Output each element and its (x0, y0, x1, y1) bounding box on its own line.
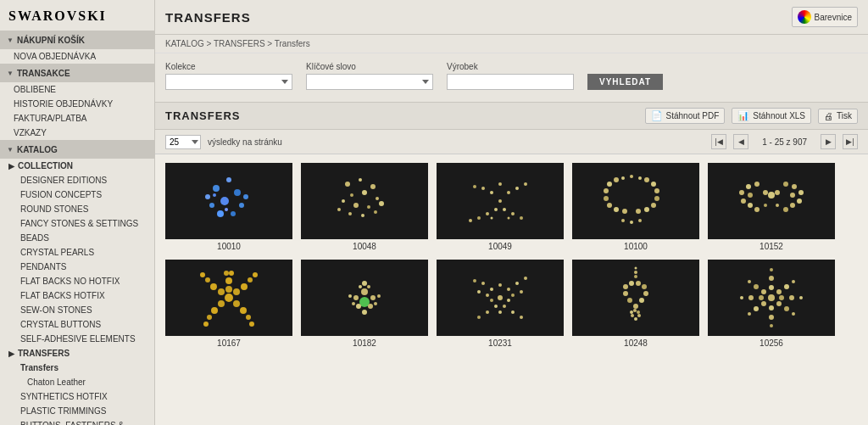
svg-point-3 (220, 197, 229, 205)
svg-point-75 (790, 203, 795, 208)
color-wheel-icon (798, 10, 811, 24)
product-item-10256[interactable]: 10256 (708, 260, 835, 348)
sidebar-item-pearls[interactable]: CRYSTAL PEARLS (0, 245, 154, 260)
print-button[interactable]: 🖨 Tisk (818, 109, 858, 124)
sidebar-item-sewon[interactable]: SEW-ON STONES (0, 303, 154, 317)
per-page-label: výsledky na stránku (208, 137, 282, 147)
klicove-slovo-select[interactable] (306, 74, 433, 90)
sidebar-item-chaton[interactable]: Chaton Leather (0, 375, 154, 389)
sidebar-item-crystal-buttons[interactable]: CRYSTAL BUTTONS (0, 317, 154, 332)
product-item-10182[interactable]: 10182 (301, 260, 428, 348)
svg-point-162 (792, 280, 795, 283)
svg-point-5 (239, 203, 244, 208)
product-item-10152[interactable]: 10152 (708, 163, 835, 251)
chevron-down-icon: ▼ (7, 70, 14, 77)
svg-point-143 (639, 298, 644, 303)
svg-point-157 (769, 285, 774, 290)
svg-point-37 (503, 208, 506, 211)
breadcrumb-transfers[interactable]: TRANSFERS (214, 39, 265, 48)
svg-point-154 (634, 271, 637, 274)
sidebar-item-beads[interactable]: BEADS (0, 231, 154, 245)
svg-point-76 (783, 207, 788, 212)
sidebar-item-buttons-fast[interactable]: BUTTONS, FASTENERS & ZIPPERS (0, 418, 154, 425)
svg-point-132 (511, 310, 515, 314)
svg-point-77 (763, 190, 768, 195)
svg-point-112 (374, 302, 377, 305)
product-thumb-10100 (572, 163, 699, 239)
product-thumb-10152 (708, 163, 835, 239)
barevnice-button[interactable]: Barevnice (792, 7, 858, 27)
sidebar-item-round[interactable]: ROUND STONES (0, 202, 154, 216)
product-item-10048[interactable]: 10048 (301, 163, 428, 251)
product-item-10248[interactable]: 10248 (572, 260, 699, 348)
product-code-10010: 10010 (217, 242, 241, 251)
svg-point-119 (481, 282, 485, 285)
svg-point-101 (205, 277, 210, 282)
svg-point-79 (775, 190, 780, 195)
svg-point-11 (213, 193, 216, 197)
svg-point-98 (203, 322, 209, 327)
svg-point-67 (741, 199, 746, 204)
product-thumb-10231 (437, 260, 564, 336)
sidebar-header-transakce[interactable]: ▼ TRANSAKCE (0, 64, 154, 82)
svg-point-21 (379, 201, 384, 206)
svg-point-176 (748, 295, 754, 300)
vyrobek-input[interactable] (447, 74, 574, 90)
sidebar-item-synthetics[interactable]: SYNTHETICS HOTFIX (0, 389, 154, 404)
sidebar-item-self-adhesive[interactable]: SELF-ADHESIVE ELEMENTS (0, 332, 154, 346)
print-label: Tisk (837, 111, 852, 120)
product-item-10010[interactable]: 10010 (165, 163, 292, 251)
product-item-10167[interactable]: 10167 (165, 260, 292, 348)
breadcrumb-katalog[interactable]: KATALOG (165, 39, 204, 48)
svg-point-160 (776, 289, 782, 294)
sidebar-header-katalog[interactable]: ▼ KATALOG (0, 141, 154, 159)
svg-point-108 (356, 304, 361, 309)
svg-point-144 (633, 304, 638, 309)
brand-name: SWAROVSKI (8, 8, 107, 23)
sidebar-item-plastic[interactable]: PLASTIC TRIMMINGS (0, 404, 154, 418)
sidebar-item-transfers-parent[interactable]: ▶ TRANSFERS (0, 346, 154, 361)
sidebar-item-nova-objednavka[interactable]: NOVA OBJEDNÁVKA (0, 49, 154, 64)
sidebar-item-collection[interactable]: ▶ COLLECTION (0, 159, 154, 173)
kolekce-select[interactable] (165, 74, 292, 90)
pagination-prev-button[interactable]: ◀ (733, 134, 748, 149)
print-icon: 🖨 (824, 111, 833, 121)
sidebar-item-flatbacks-no[interactable]: FLAT BACKS NO HOTFIX (0, 274, 154, 288)
sidebar-item-vzkazy[interactable]: VZKAZY (0, 126, 154, 140)
sidebar-item-faktura[interactable]: FAKTURA/PLATBA (0, 111, 154, 126)
sidebar-item-transfers[interactable]: Transfers (0, 361, 154, 375)
svg-point-97 (207, 315, 212, 320)
xls-download-button[interactable]: 📊 Stáhnout XLS (732, 108, 811, 124)
sidebar-item-designer[interactable]: DESIGNER EDITIONS (0, 173, 154, 187)
svg-point-52 (654, 188, 659, 193)
pagination-first-button[interactable]: |◀ (711, 134, 726, 149)
per-page-select[interactable]: 25 50 100 (165, 135, 201, 149)
pdf-download-button[interactable]: 📄 Stáhnout PDF (645, 108, 726, 124)
sidebar-section-label: NÁKUPNÍ KOŠÍK (17, 36, 85, 45)
sidebar-item-oblibene[interactable]: OBLIBENE (0, 82, 154, 97)
sidebar-item-flatbacks-hot[interactable]: FLAT BACKS HOTFIX (0, 288, 154, 303)
pagination-next-button[interactable]: ▶ (821, 134, 836, 149)
sidebar-item-fusion[interactable]: FUSION CONCEPTS (0, 187, 154, 202)
product-thumb-10048 (301, 163, 428, 239)
svg-point-92 (240, 307, 247, 314)
svg-point-109 (368, 304, 373, 309)
sidebar-header-kosik[interactable]: ▼ NÁKUPNÍ KOŠÍK (0, 31, 154, 49)
svg-point-91 (233, 300, 240, 307)
product-item-10231[interactable]: 10231 (437, 260, 564, 348)
svg-point-153 (634, 275, 637, 278)
svg-point-14 (370, 184, 376, 189)
search-button[interactable]: VYHLEDAT (587, 74, 663, 90)
sidebar-item-fancy[interactable]: FANCY STONES & SETTINGS (0, 216, 154, 231)
xls-icon: 📊 (737, 110, 749, 121)
svg-point-137 (498, 310, 502, 314)
product-item-10100[interactable]: 10100 (572, 163, 699, 251)
sidebar-item-historie[interactable]: HISTORIE OBJEDNÁVKY (0, 97, 154, 111)
pagination-last-button[interactable]: ▶| (843, 134, 858, 149)
product-item-10049[interactable]: 10049 (437, 163, 564, 251)
svg-point-150 (637, 314, 641, 317)
kolekce-field: Kolekce (165, 62, 292, 90)
search-row: Kolekce Klíčové slovo Výrobek VYHLEDAT (165, 62, 858, 90)
svg-point-135 (507, 299, 510, 302)
sidebar-item-pendants[interactable]: PENDANTS (0, 260, 154, 274)
